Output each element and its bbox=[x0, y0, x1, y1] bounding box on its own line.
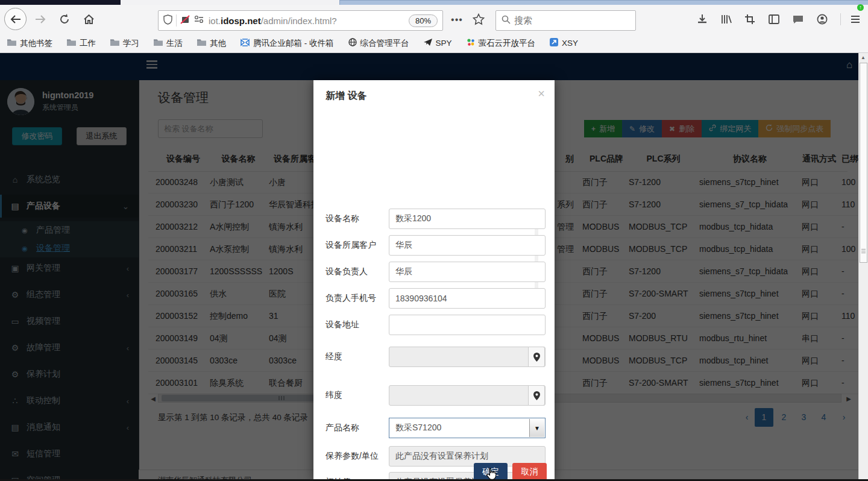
bookmark-label: 其他书签 bbox=[20, 38, 52, 49]
field-value: 此产品没有设置保养计划 bbox=[395, 451, 488, 462]
bookmark-item[interactable]: XSY bbox=[550, 38, 578, 48]
tencent-mail-icon bbox=[241, 39, 250, 48]
close-icon[interactable]: × bbox=[538, 87, 545, 99]
field-label: 保养参数/单位 bbox=[326, 451, 392, 462]
location-pin-icon[interactable] bbox=[528, 347, 545, 367]
bookmark-label: 腾讯企业邮箱 - 收件箱 bbox=[253, 38, 334, 49]
dots-color-icon bbox=[467, 38, 475, 48]
vscrollbar-grip bbox=[860, 249, 867, 253]
add-device-modal: 新增 设备 × 设备名称数采1200设备所属客户华辰设备负责人华辰负责人手机号1… bbox=[313, 80, 555, 481]
field-label: 产品名称 bbox=[326, 423, 392, 433]
field-input-设备名称[interactable]: 数采1200 bbox=[389, 209, 546, 229]
bookmark-item[interactable]: 工作 bbox=[67, 38, 96, 49]
downloads-icon[interactable] bbox=[694, 12, 710, 27]
vscrollbar-track[interactable]: ▲ bbox=[858, 53, 868, 481]
zoom-level-badge[interactable]: 80% bbox=[409, 14, 438, 27]
folder-icon bbox=[7, 39, 16, 48]
search-bar[interactable]: 搜索 bbox=[495, 10, 636, 31]
bookmark-label: XSY bbox=[562, 39, 578, 48]
vscrollbar-thumb[interactable] bbox=[860, 63, 867, 263]
location-pin-icon[interactable] bbox=[528, 385, 545, 406]
folder-icon bbox=[197, 39, 206, 48]
screenshot-icon[interactable] bbox=[742, 12, 758, 27]
field-input-设备所属客户[interactable]: 华辰 bbox=[389, 235, 546, 256]
field-input-设备负责人[interactable]: 华辰 bbox=[389, 262, 546, 282]
active-tab-edge bbox=[339, 0, 868, 5]
bookmark-label: 综合管理平台 bbox=[360, 38, 409, 49]
sidebar-toggle-icon[interactable] bbox=[766, 12, 782, 27]
bookmarks-bar: 其他书签工作学习生活其他腾讯企业邮箱 - 收件箱综合管理平台SPY萤石云开放平台… bbox=[0, 34, 868, 52]
permissions-icon[interactable] bbox=[194, 15, 204, 26]
bookmark-label: 萤石云开放平台 bbox=[479, 38, 536, 49]
field-label: 设备所属客户 bbox=[326, 240, 392, 251]
globe-icon bbox=[348, 38, 357, 48]
search-icon bbox=[502, 15, 511, 27]
bookmark-label: 工作 bbox=[80, 38, 96, 49]
menu-icon[interactable] bbox=[848, 12, 863, 27]
field-input-设备地址[interactable] bbox=[389, 315, 546, 335]
field-input-产品名称[interactable]: 数采S71200▼ bbox=[389, 418, 546, 438]
xsy-icon bbox=[550, 38, 558, 48]
library-icon[interactable] bbox=[719, 12, 734, 27]
url-bar[interactable]: iot.idosp.net/admin/index.html? 80% bbox=[158, 10, 443, 31]
plane-icon bbox=[424, 39, 432, 48]
vscroll-up-arrow[interactable]: ▲ bbox=[861, 55, 866, 60]
field-value: 华辰 bbox=[395, 240, 412, 251]
field-label: 设备地址 bbox=[326, 319, 392, 330]
bookmark-item[interactable]: 其他 bbox=[197, 38, 226, 49]
back-button[interactable] bbox=[4, 8, 27, 30]
bookmark-item[interactable]: 腾讯企业邮箱 - 收件箱 bbox=[241, 38, 334, 49]
bookmark-item[interactable]: 萤石云开放平台 bbox=[467, 38, 536, 49]
folder-icon bbox=[154, 39, 163, 48]
bookmark-item[interactable]: 综合管理平台 bbox=[348, 38, 409, 49]
search-placeholder: 搜索 bbox=[514, 15, 532, 27]
divider bbox=[840, 13, 841, 25]
bookmark-item[interactable]: 生活 bbox=[154, 38, 183, 49]
folder-icon bbox=[67, 39, 76, 48]
field-value: 18390936104 bbox=[395, 294, 447, 303]
bookmark-item[interactable]: SPY bbox=[424, 39, 452, 48]
shield-icon[interactable] bbox=[163, 14, 172, 27]
plugin-blocked-icon[interactable] bbox=[180, 14, 190, 27]
dropdown-arrow-icon[interactable]: ▼ bbox=[529, 419, 544, 437]
field-value: 华辰 bbox=[395, 266, 412, 277]
cancel-button[interactable]: 取消 bbox=[512, 463, 547, 480]
url-text: iot.idosp.net/admin/index.html? bbox=[209, 16, 337, 26]
bookmark-label: 生活 bbox=[166, 38, 183, 49]
forward-button[interactable] bbox=[33, 13, 48, 25]
field-label: 设备负责人 bbox=[326, 266, 392, 277]
bookmark-item[interactable]: 其他书签 bbox=[7, 38, 52, 49]
page-actions-icon[interactable]: ••• bbox=[448, 14, 465, 25]
field-label: 纬度 bbox=[326, 390, 392, 401]
divider bbox=[176, 14, 177, 27]
field-value: 数采S71200 bbox=[395, 423, 441, 433]
bookmark-star-icon[interactable] bbox=[470, 11, 487, 28]
field-input-负责人手机号[interactable]: 18390936104 bbox=[389, 288, 546, 309]
field-input-经度[interactable] bbox=[389, 347, 546, 367]
reload-button[interactable] bbox=[57, 12, 72, 27]
folder-icon bbox=[110, 39, 119, 48]
bookmark-label: SPY bbox=[436, 39, 452, 48]
field-label: 设备名称 bbox=[326, 213, 392, 224]
update-badge: ↑ bbox=[857, 4, 864, 11]
field-label: 经度 bbox=[326, 351, 392, 362]
screen: iot.idosp.net/admin/index.html? 80% ••• … bbox=[0, 0, 868, 481]
bookmark-label: 其他 bbox=[210, 38, 226, 49]
modal-title: 新增 设备 bbox=[326, 90, 366, 102]
bookmark-item[interactable]: 学习 bbox=[110, 38, 139, 49]
field-value: 数采1200 bbox=[395, 213, 431, 224]
tab-strip-dark-segment bbox=[0, 0, 121, 5]
bookmark-label: 学习 bbox=[123, 38, 139, 49]
messages-icon[interactable] bbox=[790, 12, 806, 27]
field-label: 负责人手机号 bbox=[326, 293, 392, 304]
home-button[interactable] bbox=[81, 12, 96, 27]
account-icon[interactable] bbox=[814, 12, 830, 27]
field-input-纬度[interactable] bbox=[389, 385, 546, 406]
